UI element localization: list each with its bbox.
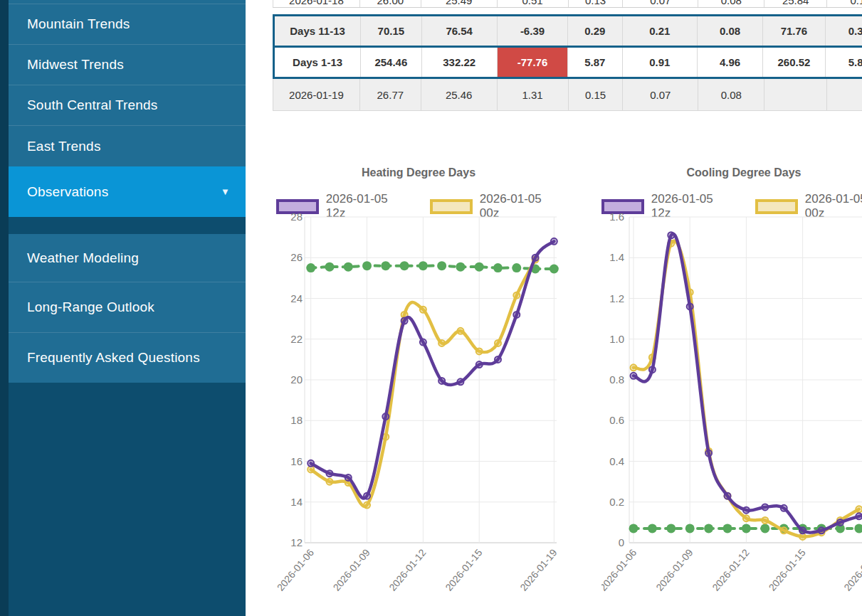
sidebar-item-label: Frequently Asked Questions: [27, 350, 200, 366]
svg-text:20: 20: [290, 373, 303, 386]
value-cell: 0.13: [569, 0, 624, 8]
value-cell: 0.21: [623, 16, 698, 46]
value-cell: 0.33: [826, 16, 862, 46]
value-cell: 76.54: [422, 16, 498, 46]
svg-text:2026-01-06: 2026-01-06: [601, 546, 638, 593]
chevron-down-icon: ▼: [221, 186, 230, 197]
row-label-cell: 2026-01-19: [273, 79, 360, 110]
row-label-cell: 2026-01-18: [273, 0, 360, 8]
value-cell: 5.87: [568, 48, 622, 77]
table-row: 2026-01-1926.7725.461.310.150.070.08: [273, 79, 862, 111]
cooling-chart-svg: 1.61.41.21.00.80.60.40.202026-01-062026-…: [601, 164, 862, 613]
value-cell: 0.29: [568, 16, 622, 46]
sidebar-item-label: Midwest Trends: [27, 57, 124, 73]
sidebar: Mountain Trends Midwest Trends South Cen…: [0, 0, 246, 616]
table-gap: [273, 8, 862, 14]
weather-dashboard: Mountain Trends Midwest Trends South Cen…: [0, 0, 862, 616]
svg-text:24: 24: [290, 292, 303, 304]
value-cell: 0.91: [623, 48, 698, 77]
value-cell: 4.96: [698, 48, 763, 77]
svg-text:2026-01-09: 2026-01-09: [331, 546, 372, 593]
sidebar-item-midwest-trends[interactable]: Midwest Trends: [9, 45, 246, 85]
sidebar-item-label: Mountain Trends: [27, 16, 130, 32]
value-cell: 0.16: [827, 0, 862, 8]
sidebar-item-label: Weather Modeling: [27, 250, 139, 266]
sidebar-item-label: East Trends: [27, 139, 101, 154]
sidebar-item-observations[interactable]: Observations ▼: [9, 166, 246, 217]
value-cell: 5.80: [826, 48, 862, 77]
sidebar-item-east-trends[interactable]: East Trends: [9, 126, 246, 166]
svg-text:14: 14: [290, 496, 303, 508]
table-row: Days 11-1370.1576.54-6.390.290.210.0871.…: [275, 16, 862, 48]
sidebar-edge-strip: [0, 0, 9, 616]
value-cell: 0.08: [698, 79, 764, 110]
value-cell: 0.07: [623, 0, 698, 8]
value-cell: 254.46: [361, 48, 421, 77]
sidebar-section-gap: [9, 217, 246, 234]
value-cell: 0.15: [569, 79, 624, 110]
table-row: 2026-01-1826.0025.490.510.130.070.0825.8…: [273, 0, 862, 8]
observation-table: 2026-01-1826.0025.490.510.130.070.0825.8…: [273, 0, 862, 111]
svg-text:18: 18: [290, 414, 303, 426]
svg-text:0: 0: [619, 536, 624, 548]
svg-text:0.4: 0.4: [609, 455, 624, 467]
value-cell: 0.08: [698, 0, 764, 8]
svg-text:2026-01-12: 2026-01-12: [710, 546, 751, 593]
heating-chart-svg: 2826242220181614122026-01-062026-01-0920…: [276, 164, 561, 613]
value-cell: 0.08: [698, 16, 763, 46]
value-cell: [827, 79, 862, 110]
sidebar-item-label: Observations: [27, 184, 108, 200]
sidebar-item-weather-modeling[interactable]: Weather Modeling: [9, 234, 246, 282]
highlighted-rows: Days 11-1370.1576.54-6.390.290.210.0871.…: [273, 14, 862, 79]
sidebar-item-label: Long-Range Outlook: [27, 299, 154, 315]
svg-text:16: 16: [290, 455, 303, 467]
svg-text:2026-01-06: 2026-01-06: [276, 546, 316, 593]
value-cell: 332.22: [422, 48, 498, 77]
row-label-cell: Days 11-13: [275, 16, 361, 46]
svg-text:0.2: 0.2: [609, 496, 624, 508]
svg-text:2026-01-12: 2026-01-12: [387, 546, 428, 593]
heating-degree-days-chart: Heating Degree Days 2026-01-05 12z 2026-…: [276, 164, 561, 613]
value-cell: 25.49: [421, 0, 498, 8]
value-cell: 26.00: [360, 0, 421, 8]
svg-text:26: 26: [290, 251, 303, 263]
sidebar-item-long-range-outlook[interactable]: Long-Range Outlook: [9, 282, 246, 333]
value-cell: 71.76: [763, 16, 825, 46]
sidebar-item-mountain-trends[interactable]: Mountain Trends: [9, 4, 246, 45]
svg-text:1.0: 1.0: [609, 333, 624, 345]
svg-text:28: 28: [290, 211, 303, 223]
svg-text:2026-01-15: 2026-01-15: [767, 546, 808, 593]
value-cell: 70.15: [361, 16, 421, 46]
value-cell: -6.39: [498, 16, 568, 46]
sidebar-item-south-central-trends[interactable]: South Central Trends: [9, 85, 246, 126]
svg-text:22: 22: [290, 333, 303, 345]
svg-text:1.6: 1.6: [609, 211, 624, 223]
svg-text:1.2: 1.2: [609, 292, 624, 304]
sidebar-item-faq[interactable]: Frequently Asked Questions: [9, 333, 246, 383]
svg-text:12: 12: [290, 536, 303, 548]
value-cell: -77.76: [498, 48, 568, 77]
cooling-degree-days-chart: Cooling Degree Days 2026-01-05 12z 2026-…: [601, 164, 862, 613]
value-cell: 0.07: [623, 79, 698, 110]
sidebar-nav: Mountain Trends Midwest Trends South Cen…: [9, 0, 246, 383]
sidebar-item-label: South Central Trends: [27, 97, 158, 113]
value-cell: 0.51: [498, 0, 569, 8]
svg-text:0.6: 0.6: [609, 414, 624, 426]
value-cell: 26.77: [360, 79, 421, 110]
row-label-cell: Days 1-13: [275, 48, 361, 77]
svg-text:2026-01-09: 2026-01-09: [653, 546, 695, 593]
svg-text:2026-01-19: 2026-01-19: [841, 546, 862, 593]
svg-text:0.8: 0.8: [609, 373, 624, 386]
svg-text:2026-01-19: 2026-01-19: [517, 546, 559, 593]
value-cell: 25.84: [764, 0, 827, 8]
table-row: Days 1-13254.46332.22-77.765.870.914.962…: [275, 48, 862, 77]
svg-text:1.4: 1.4: [609, 251, 624, 263]
value-cell: 260.52: [763, 48, 825, 77]
value-cell: 25.46: [421, 79, 498, 110]
svg-text:2026-01-15: 2026-01-15: [443, 546, 484, 593]
value-cell: 1.31: [498, 79, 569, 110]
value-cell: [764, 79, 827, 110]
